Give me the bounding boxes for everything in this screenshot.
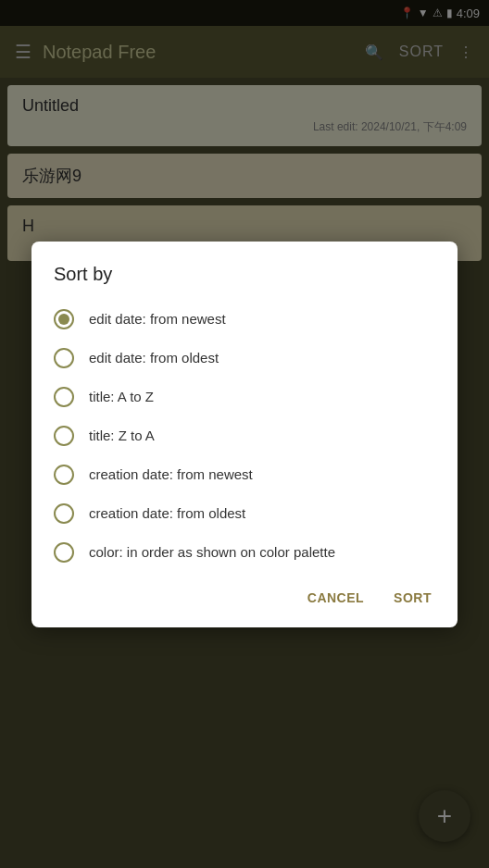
sort-dialog: Sort by edit date: from newest edit date… [31, 242, 458, 627]
sort-option-label: edit date: from oldest [89, 348, 219, 367]
sort-option-creation-newest[interactable]: creation date: from newest [31, 455, 458, 494]
dialog-overlay: Sort by edit date: from newest edit date… [0, 0, 489, 868]
dialog-actions: CANCEL SORT [31, 572, 458, 620]
sort-option-edit-oldest[interactable]: edit date: from oldest [31, 339, 458, 378]
radio-circle-creation-oldest [54, 503, 74, 524]
sort-option-title-za[interactable]: title: Z to A [31, 416, 458, 455]
sort-option-label: edit date: from newest [89, 309, 226, 329]
radio-circle-title-za [54, 426, 74, 446]
sort-option-creation-oldest[interactable]: creation date: from oldest [31, 494, 458, 533]
radio-circle-title-az [54, 387, 74, 407]
sort-option-color-order[interactable]: color: in order as shown on color palett… [31, 533, 458, 572]
radio-circle-edit-newest [54, 309, 74, 329]
sort-option-label: title: Z to A [89, 426, 155, 445]
radio-circle-edit-oldest [54, 348, 74, 368]
cancel-button[interactable]: CANCEL [296, 583, 375, 613]
dialog-title: Sort by [31, 264, 458, 300]
radio-circle-creation-newest [54, 465, 74, 485]
sort-option-edit-newest[interactable]: edit date: from newest [31, 300, 458, 339]
radio-circle-color-order [54, 542, 74, 563]
sort-option-label: title: A to Z [89, 387, 154, 406]
sort-option-label: color: in order as shown on color palett… [89, 542, 335, 562]
radio-inner-edit-newest [58, 314, 69, 325]
sort-option-label: creation date: from newest [89, 465, 253, 484]
sort-options: edit date: from newest edit date: from o… [31, 300, 458, 572]
sort-confirm-button[interactable]: SORT [382, 583, 443, 613]
sort-option-label: creation date: from oldest [89, 503, 245, 523]
sort-option-title-az[interactable]: title: A to Z [31, 378, 458, 416]
